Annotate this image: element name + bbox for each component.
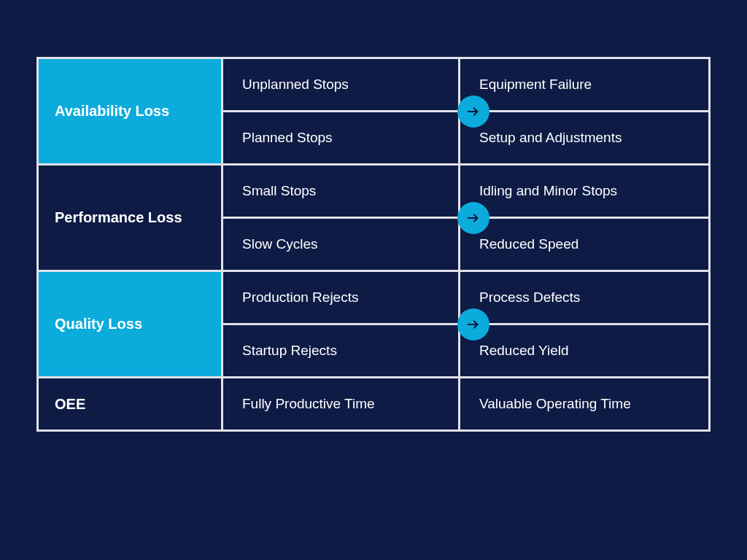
six-big-loss-label: Equipment Failure [479,77,592,93]
oee-loss-cell: Production Rejects [223,272,458,323]
oee-loss-cell: Fully Productive Time [223,378,458,429]
category-cell: Availability Loss [39,59,221,163]
oee-loss-cell: Startup Rejects [223,325,458,376]
six-big-loss-label: Reduced Yield [479,343,569,359]
six-big-loss-label: Valuable Operating Time [479,396,631,412]
oee-loss-label: Unplanned Stops [242,77,349,93]
oee-loss-label: Fully Productive Time [242,396,375,412]
arrow-right-icon [457,308,489,341]
row-quality-loss: Quality Loss Production Rejects Process … [39,272,708,376]
six-big-loss-cell: Valuable Operating Time [460,378,708,429]
six-big-loss-cell: Reduced Yield [460,325,708,376]
six-big-loss-cell: Equipment Failure [460,59,708,110]
category-label: Quality Loss [55,316,142,332]
row-details: Fully Productive Time Valuable Operating… [223,378,708,429]
six-big-loss-label: Reduced Speed [479,236,578,252]
oee-loss-label: Small Stops [242,183,316,199]
category-cell: OEE [39,378,221,429]
six-big-loss-label: Process Defects [479,289,580,306]
category-cell: Quality Loss [39,272,221,376]
six-big-loss-cell: Idling and Minor Stops [460,166,708,217]
oee-loss-cell: Small Stops [223,166,458,217]
category-label: Availability Loss [55,103,169,120]
arrow-right-icon [457,96,489,128]
six-big-loss-cell: Setup and Adjustments [460,112,708,163]
detail-line: Fully Productive Time Valuable Operating… [223,378,708,429]
category-label: OEE [55,396,85,413]
six-big-loss-label: Idling and Minor Stops [479,183,617,199]
row-availability-loss: Availability Loss Unplanned Stops Equipm… [39,59,708,163]
oee-loss-cell: Slow Cycles [223,219,458,270]
category-cell: Performance Loss [39,166,221,270]
category-label: Performance Loss [55,209,182,226]
row-oee: OEE Fully Productive Time Valuable Opera… [39,378,708,429]
oee-loss-label: Planned Stops [242,130,333,146]
arrow-right-icon [457,202,489,234]
row-performance-loss: Performance Loss Small Stops Idling and … [39,166,708,270]
oee-loss-cell: Planned Stops [223,112,458,163]
six-big-loss-label: Setup and Adjustments [479,130,622,146]
diagram-canvas: Availability Loss Unplanned Stops Equipm… [0,0,747,560]
oee-loss-table: Availability Loss Unplanned Stops Equipm… [36,57,711,432]
oee-loss-label: Startup Rejects [242,343,337,359]
six-big-loss-cell: Process Defects [460,272,708,323]
oee-loss-label: Slow Cycles [242,236,317,252]
oee-loss-cell: Unplanned Stops [223,59,458,110]
oee-loss-label: Production Rejects [242,289,358,306]
six-big-loss-cell: Reduced Speed [460,219,708,270]
